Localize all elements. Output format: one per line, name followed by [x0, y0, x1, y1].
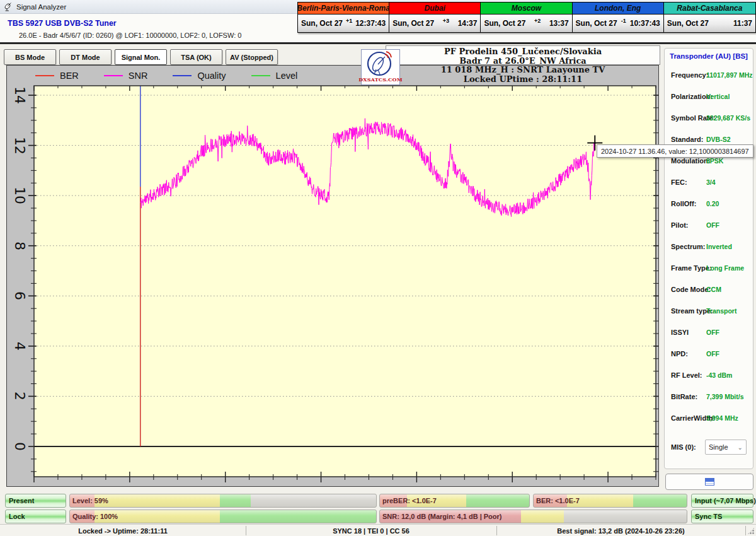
y-axis-label: 2 — [13, 383, 26, 409]
utc-offset: +2 — [534, 18, 541, 24]
transponder-row: Code Mode:CCM — [665, 279, 753, 301]
transponder-row-label: BitRate: — [671, 393, 697, 400]
status-uptime: Locked -> Uptime: 28:11:11 — [0, 525, 246, 536]
logo-text: DXSATCS.COM — [358, 76, 403, 83]
resize-grip[interactable] — [747, 527, 755, 535]
transponder-row: Polarization:Vertical — [665, 86, 753, 108]
transponder-row: Spectrum:Inverted — [665, 236, 753, 258]
lock-badge: Lock — [5, 510, 66, 523]
clock-dubai: Dubai Sun, Oct 27+314:37 — [389, 3, 481, 32]
legend-label: Quality — [197, 71, 226, 81]
transponder-row-label: Pilot: — [671, 221, 689, 229]
transponder-row: Stream type:Transport — [665, 301, 753, 322]
separator-line — [0, 42, 756, 44]
y-axis-label: 0 — [13, 434, 26, 459]
transponder-row-value: OFF — [706, 221, 719, 229]
mis-select[interactable]: Single ⌄ — [705, 440, 747, 455]
status-bar: Locked -> Uptime: 28:11:11 SYNC 18 | TEI… — [0, 524, 756, 536]
transponder-row-value: 3,994 MHz — [706, 414, 738, 422]
transponder-row-value: 8PSK — [706, 157, 723, 165]
transponder-row: CarrierWidth:3,994 MHz — [665, 408, 753, 429]
clock-city-label: London, Eng — [573, 3, 663, 15]
transponder-row: Frequency:11017,897 MHz — [665, 65, 753, 86]
site-header-line3: 11 018 MHz_H : SNRT Laayoune TV — [389, 66, 656, 75]
transponder-row-value: 7,399 Mbit/s — [706, 393, 744, 400]
transponder-rows: Frequency:11017,897 MHzPolarization:Vert… — [665, 65, 753, 429]
transponder-row: RF Level:-43 dBm — [665, 365, 753, 387]
mis-selected-value: Single — [709, 443, 728, 451]
site-header-line4: Locked UPtime : 28:11:11 — [389, 75, 656, 84]
transponder-row-value: -43 dBm — [706, 371, 732, 379]
transponder-row-label: RF Level: — [671, 371, 702, 379]
transport-stream-button[interactable] — [665, 474, 753, 490]
tuner-name: TBS 5927 USB DVB-S2 Tuner — [8, 19, 117, 28]
mis-row: MIS (0): Single ⌄ — [665, 440, 753, 456]
quality-meter: Quality: 100% — [69, 510, 377, 523]
transponder-row-value: 0.20 — [706, 200, 719, 207]
legend-line-swatch — [104, 75, 123, 76]
clock-city-label: Rabat-Casablanca — [664, 3, 755, 15]
clock-time: Sun, Oct 27+112:37:43 — [298, 15, 389, 32]
clock-berlin: Berlin-Paris-Vienna-Roma Sun, Oct 27+112… — [298, 3, 389, 32]
transponder-panel-title: Transponder (AU) [BS] — [670, 52, 749, 60]
transponder-row-value: DVB-S2 — [706, 136, 731, 143]
legend-line-swatch — [35, 75, 54, 76]
legend-label: SNR — [129, 71, 148, 81]
clock-city-label: Berlin-Paris-Vienna-Roma — [298, 3, 389, 15]
legend-item-level: Level — [251, 71, 323, 81]
transponder-row-label: RollOff: — [671, 200, 696, 207]
clock-london: London, Eng Sun, Oct 27-110:37:43 — [573, 3, 664, 32]
transponder-row-label: FEC: — [671, 178, 687, 186]
status-sync-counters: SYNC 18 | TEI 0 | CC 56 — [246, 525, 496, 536]
transponder-row-value: Long Frame — [706, 264, 744, 272]
transponder-row-label: Code Mode: — [671, 286, 711, 293]
signal-chart-widget: BERSNRQualityLevel 02468101214 — [6, 65, 659, 487]
y-axis-label: 8 — [13, 233, 26, 259]
transponder-row: BitRate:7,399 Mbit/s — [665, 387, 753, 408]
transponder-row-label: Frame Type: — [671, 264, 712, 272]
utc-offset: +1 — [346, 18, 352, 24]
satellite-dish-icon — [362, 50, 399, 78]
transponder-row: FEC:3/4 — [665, 172, 753, 194]
chevron-down-icon: ⌄ — [738, 444, 743, 451]
tab-signal-mon[interactable]: Signal Mon. — [115, 49, 167, 65]
legend-item-quality: Quality — [173, 71, 251, 81]
y-axis-label: 12 — [13, 133, 26, 158]
transponder-row: Frame Type:Long Frame — [665, 258, 753, 279]
clock-city-label: Moscow — [481, 3, 571, 15]
clock-moscow: Moscow Sun, Oct 27+213:37 — [481, 3, 572, 32]
y-axis-label: 4 — [13, 334, 26, 359]
world-clocks: Berlin-Paris-Vienna-Roma Sun, Oct 27+112… — [297, 2, 756, 33]
mis-label: MIS (0): — [671, 443, 696, 451]
signal-chart[interactable] — [7, 66, 659, 487]
transponder-row: ISSYIOFF — [665, 322, 753, 344]
legend-line-swatch — [251, 75, 270, 76]
snr-meter: SNR: 12,0 dB (Margin: 4,1 dB | Poor) — [379, 510, 687, 523]
transponder-row-value: OFF — [706, 350, 719, 358]
transponder-row: Symbol Rate:3329,687 KS/s — [665, 108, 753, 129]
y-axis-label: 14 — [13, 83, 26, 108]
tab-dt-mode[interactable]: DT Mode — [59, 49, 112, 65]
tab-av[interactable]: AV (Stopped) — [226, 49, 278, 65]
transponder-row-label: NPD: — [671, 350, 688, 358]
transponder-row-value: Transport — [706, 307, 736, 315]
y-axis-label: 10 — [13, 183, 26, 208]
input-rate-badge: Input (~7,07 Mbps) — [691, 494, 753, 508]
tab-tsa[interactable]: TSA (OK) — [170, 49, 222, 65]
transponder-row-value: 11017,897 MHz — [706, 71, 753, 79]
site-header: PF Prodelin 450_Lučenec/Slovakia Badr 7 … — [389, 47, 656, 84]
transponder-row-value: 3329,687 KS/s — [706, 114, 750, 122]
tab-bs-mode[interactable]: BS Mode — [4, 49, 56, 65]
legend-item-ber: BER — [35, 71, 104, 81]
transponder-row-value: Vertical — [706, 93, 730, 100]
clock-city-label: Dubai — [389, 3, 480, 15]
stream-list-icon — [705, 478, 714, 486]
preber-meter: preBER: <1.0E-7 — [379, 494, 530, 508]
status-divider — [246, 526, 246, 535]
chart-tooltip: 2024-10-27 11.36.46, value: 12,100000381… — [597, 144, 753, 158]
app-icon — [4, 3, 13, 11]
status-best-signal: Best signal: 13,2 dB (2024-10-26 23:26) — [496, 525, 745, 536]
level-meter: Level: 59% — [69, 494, 377, 508]
clock-rabat: Rabat-Casablanca Sun, Oct 2711:37 — [664, 3, 755, 32]
transponder-row-label: Frequency: — [671, 71, 708, 79]
